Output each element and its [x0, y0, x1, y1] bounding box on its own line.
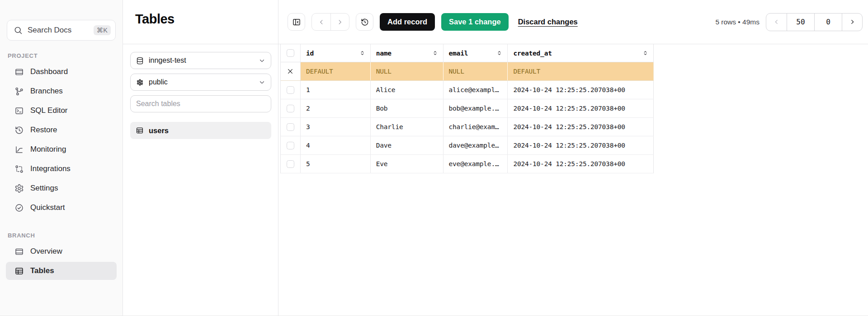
sidebar-item-overview[interactable]: Overview — [6, 242, 117, 260]
pending-new-row: DEFAULT NULL NULL DEFAULT — [281, 62, 654, 81]
row-checkbox[interactable] — [287, 142, 294, 149]
sidebar-item-sql-editor[interactable]: SQL Editor — [6, 102, 117, 120]
row-select-cell — [281, 118, 301, 136]
sidebar-item-label: Tables — [30, 266, 54, 275]
cell-id[interactable]: 2 — [301, 99, 371, 117]
tables-panel: Tables inngest-test public — [123, 0, 278, 316]
next-page-button[interactable] — [842, 14, 862, 31]
database-icon — [136, 56, 144, 65]
column-header-name[interactable]: name — [371, 44, 443, 62]
cell-email[interactable]: bob@example.… — [443, 99, 508, 117]
refresh-history-button[interactable] — [356, 13, 373, 31]
sort-chevrons-icon[interactable] — [642, 50, 649, 56]
sidebar-item-restore[interactable]: Restore — [6, 121, 117, 139]
column-header-id[interactable]: id — [301, 44, 371, 62]
previous-page-button[interactable] — [766, 14, 787, 31]
cell-created-at[interactable]: 2024-10-24 12:25:25.207038+00 — [508, 99, 654, 117]
sidebar-item-quickstart[interactable]: Quickstart — [6, 199, 117, 217]
column-header-created-at[interactable]: created_at — [508, 44, 654, 62]
cancel-new-row-cell — [281, 62, 301, 80]
search-tables-input[interactable] — [130, 95, 271, 112]
sidebar-section-branch: BRANCH — [8, 232, 123, 239]
column-header-label: id — [306, 50, 314, 57]
sidebar-item-label: Restore — [30, 125, 57, 135]
sort-chevrons-icon[interactable] — [496, 50, 503, 56]
cell-id[interactable]: 1 — [301, 81, 371, 99]
pagination-control: 50 0 — [766, 13, 863, 31]
pending-cell-created-at[interactable]: DEFAULT — [508, 62, 654, 80]
database-selector[interactable]: inngest-test — [130, 52, 271, 69]
cell-email[interactable]: eve@example.… — [443, 155, 508, 173]
row-select-cell — [281, 136, 301, 154]
row-count-stats: 5 rows • 49ms — [715, 18, 760, 26]
sidebar-item-integrations[interactable]: Integrations — [6, 160, 117, 178]
sidebar: Search Docs ⌘K PROJECT Dashboard Branche… — [0, 0, 123, 316]
sidebar-item-monitoring[interactable]: Monitoring — [6, 140, 117, 158]
sort-chevrons-icon[interactable] — [359, 50, 366, 56]
table-toolbar: Add record Save 1 change Discard changes… — [278, 0, 868, 44]
row-checkbox[interactable] — [287, 86, 294, 94]
sidebar-item-dashboard[interactable]: Dashboard — [6, 63, 117, 81]
cell-id[interactable]: 5 — [301, 155, 371, 173]
cell-name[interactable]: Bob — [371, 99, 443, 117]
cell-created-at[interactable]: 2024-10-24 12:25:25.207038+00 — [508, 118, 654, 136]
pending-cell-id[interactable]: DEFAULT — [301, 62, 371, 80]
row-checkbox[interactable] — [287, 105, 294, 112]
history-clock-icon — [360, 18, 369, 27]
sidebar-item-settings[interactable]: Settings — [6, 179, 117, 197]
save-changes-button[interactable]: Save 1 change — [441, 13, 509, 31]
line-chart-icon — [14, 145, 24, 154]
redo-forward-button[interactable] — [330, 14, 349, 30]
sort-chevrons-icon[interactable] — [432, 50, 439, 56]
gear-icon — [14, 184, 24, 193]
row-checkbox[interactable] — [287, 160, 294, 168]
integrations-icon — [14, 164, 24, 174]
chevron-right-icon — [336, 18, 344, 26]
sidebar-item-label: Quickstart — [30, 203, 65, 212]
row-select-cell — [281, 99, 301, 117]
cell-id[interactable]: 4 — [301, 136, 371, 154]
table-list-item-users[interactable]: users — [130, 122, 271, 139]
sidebar-item-tables[interactable]: Tables — [6, 262, 117, 280]
cell-id[interactable]: 3 — [301, 118, 371, 136]
page-offset-value[interactable]: 0 — [814, 14, 842, 31]
page-title: Tables — [135, 12, 278, 27]
collapse-panel-button[interactable] — [288, 13, 305, 31]
close-icon[interactable] — [287, 68, 294, 75]
schema-icon — [136, 78, 144, 87]
cell-name[interactable]: Alice — [371, 81, 443, 99]
cell-email[interactable]: charlie@exam… — [443, 118, 508, 136]
select-all-checkbox[interactable] — [287, 49, 294, 57]
cell-name[interactable]: Charlie — [371, 118, 443, 136]
schema-selector[interactable]: public — [130, 74, 271, 91]
sidebar-item-label: Overview — [30, 247, 62, 256]
search-icon — [14, 26, 23, 35]
row-checkbox[interactable] — [287, 123, 294, 131]
column-header-email[interactable]: email — [443, 44, 508, 62]
main-content: Add record Save 1 change Discard changes… — [278, 0, 868, 316]
table-list-item-label: users — [149, 126, 169, 135]
row-select-cell — [281, 81, 301, 99]
terminal-window-icon — [14, 106, 24, 116]
pending-cell-email[interactable]: NULL — [443, 62, 508, 80]
cell-email[interactable]: alice@exampl… — [443, 81, 508, 99]
cell-created-at[interactable]: 2024-10-24 12:25:25.207038+00 — [508, 155, 654, 173]
page-size-value[interactable]: 50 — [787, 14, 814, 31]
cell-created-at[interactable]: 2024-10-24 12:25:25.207038+00 — [508, 136, 654, 154]
undo-back-button[interactable] — [312, 14, 330, 30]
pending-cell-name[interactable]: NULL — [371, 62, 443, 80]
cell-name[interactable]: Dave — [371, 136, 443, 154]
discard-changes-link[interactable]: Discard changes — [518, 18, 578, 26]
table-grid-icon — [14, 266, 24, 276]
cell-created-at[interactable]: 2024-10-24 12:25:25.207038+00 — [508, 81, 654, 99]
sidebar-item-label: Dashboard — [30, 67, 68, 76]
sidebar-item-label: SQL Editor — [30, 106, 68, 115]
search-docs-label: Search Docs — [28, 26, 71, 35]
cell-email[interactable]: dave@example… — [443, 136, 508, 154]
data-grid: id name email — [280, 44, 654, 173]
add-record-button[interactable]: Add record — [380, 13, 435, 31]
search-docs-button[interactable]: Search Docs ⌘K — [7, 20, 116, 41]
app-root: Search Docs ⌘K PROJECT Dashboard Branche… — [0, 0, 868, 316]
cell-name[interactable]: Eve — [371, 155, 443, 173]
sidebar-item-branches[interactable]: Branches — [6, 82, 117, 100]
